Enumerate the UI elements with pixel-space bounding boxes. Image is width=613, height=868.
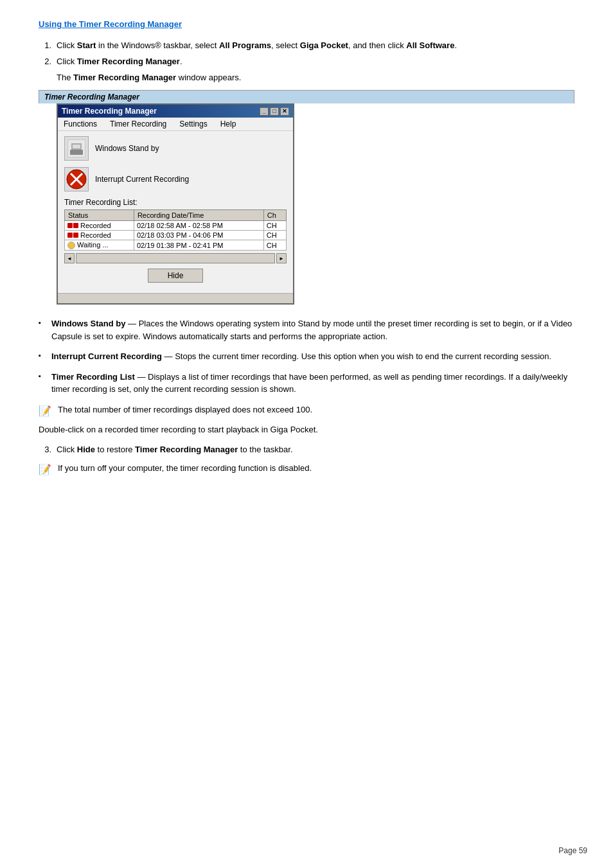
window-titlebar: Timer Recording Manager _ □ ✕ — [58, 105, 293, 118]
interrupt-recording-label: Interrupt Current Recording — [95, 175, 189, 184]
col-datetime: Recording Date/Time — [134, 210, 263, 221]
page-number: Page 59 — [558, 846, 587, 855]
bullet-content-1: Windows Stand by — Places the Windows op… — [51, 317, 574, 342]
step-2-number: 2. — [39, 57, 51, 66]
step-3: 3. Click Hide to restore Timer Recording… — [39, 445, 574, 454]
step-1-number: 1. — [39, 40, 51, 50]
bullet-timer-recording-list: ▪ Timer Recording List — Displays a list… — [39, 371, 574, 396]
step-2: 2. Click Timer Recording Manager. — [39, 57, 574, 66]
menu-functions[interactable]: Functions — [62, 119, 99, 129]
table-row[interactable]: Recorded 02/18 03:03 PM - 04:06 PM CH — [65, 231, 287, 240]
plain-text: Double-click on a recorded timer recordi… — [39, 423, 574, 436]
windows-standby-label: Windows Stand by — [95, 144, 159, 153]
svg-rect-3 — [73, 145, 80, 148]
minimize-button[interactable]: _ — [260, 107, 269, 116]
table-row[interactable]: Waiting ... 02/19 01:38 PM - 02:41 PM CH — [65, 240, 287, 251]
note-2-row: 📝 If you turn off your computer, the tim… — [39, 463, 574, 475]
note-2-text: If you turn off your computer, the timer… — [58, 463, 312, 473]
timer-recording-manager-window: Timer Recording Manager _ □ ✕ Functions … — [57, 103, 294, 305]
bullet-symbol-3: ▪ — [39, 372, 45, 380]
window-statusbar — [58, 293, 293, 303]
bullets-section: ▪ Windows Stand by — Places the Windows … — [39, 317, 574, 396]
waiting-icon — [67, 242, 75, 249]
timer-list-label: Timer Recording List: — [64, 198, 287, 207]
ch-cell: CH — [263, 240, 286, 251]
window-titlebar-buttons: _ □ ✕ — [260, 107, 289, 116]
window-label-bar: Timer Recording Manager — [39, 90, 574, 103]
note-1-text: The total number of timer recordings dis… — [58, 405, 312, 414]
bullet-interrupt-recording: ▪ Interrupt Current Recording — Stops th… — [39, 350, 574, 363]
appears-text: The Timer Recording Manager window appea… — [57, 73, 574, 82]
step-1: 1. Click Start in the Windows® taskbar, … — [39, 40, 574, 50]
windows-standby-icon — [64, 136, 89, 161]
bullet-symbol-1: ▪ — [39, 319, 45, 326]
scroll-track[interactable] — [76, 253, 275, 263]
menu-timer-recording[interactable]: Timer Recording — [108, 119, 168, 129]
horizontal-scrollbar[interactable]: ◄ ► — [64, 253, 287, 263]
note-1-row: 📝 The total number of timer recordings d… — [39, 405, 574, 417]
timer-recordings-table: Status Recording Date/Time Ch Recorded 0… — [64, 209, 287, 251]
datetime-cell: 02/19 01:38 PM - 02:41 PM — [134, 240, 263, 251]
hide-button[interactable]: Hide — [148, 269, 204, 283]
window-title: Timer Recording Manager — [62, 107, 157, 116]
step-3-text: Click Hide to restore Timer Recording Ma… — [57, 445, 293, 454]
bullet-symbol-2: ▪ — [39, 351, 45, 359]
datetime-cell: 02/18 02:58 AM - 02:58 PM — [134, 221, 263, 231]
recorded-icon — [67, 223, 78, 228]
menu-help[interactable]: Help — [218, 119, 238, 129]
bullet-content-3: Timer Recording List — Displays a list o… — [51, 371, 574, 396]
note-icon-2: 📝 — [39, 463, 53, 475]
svg-rect-1 — [70, 150, 83, 155]
status-cell: Recorded — [65, 231, 134, 240]
step-1-text: Click Start in the Windows® taskbar, sel… — [57, 40, 457, 50]
scroll-left-button[interactable]: ◄ — [64, 253, 75, 263]
table-row[interactable]: Recorded 02/18 02:58 AM - 02:58 PM CH — [65, 221, 287, 231]
scroll-right-button[interactable]: ► — [276, 253, 287, 263]
col-ch: Ch — [263, 210, 286, 221]
datetime-cell: 02/18 03:03 PM - 04:06 PM — [134, 231, 263, 240]
bullet-content-2: Interrupt Current Recording — Stops the … — [51, 350, 551, 363]
status-cell: Recorded — [65, 221, 134, 231]
col-status: Status — [65, 210, 134, 221]
interrupt-recording-row: Interrupt Current Recording — [64, 167, 287, 191]
status-cell: Waiting ... — [65, 240, 134, 251]
section-title: Using the Timer Recording Manager — [39, 19, 574, 29]
windows-standby-row: Windows Stand by — [64, 136, 287, 161]
step-3-number: 3. — [39, 445, 51, 454]
ch-cell: CH — [263, 231, 286, 240]
window-body: Windows Stand by Interrupt Current Recor… — [58, 131, 293, 293]
note-icon-1: 📝 — [39, 405, 53, 417]
recorded-icon-2 — [67, 233, 78, 238]
menu-settings[interactable]: Settings — [177, 119, 209, 129]
maximize-button[interactable]: □ — [270, 107, 279, 116]
close-button[interactable]: ✕ — [280, 107, 289, 116]
bullet-windows-standby: ▪ Windows Stand by — Places the Windows … — [39, 317, 574, 342]
ch-cell: CH — [263, 221, 286, 231]
hide-button-row: Hide — [64, 263, 287, 288]
interrupt-recording-icon — [64, 167, 89, 191]
step-2-text: Click Timer Recording Manager. — [57, 57, 182, 66]
window-menubar: Functions Timer Recording Settings Help — [58, 118, 293, 131]
